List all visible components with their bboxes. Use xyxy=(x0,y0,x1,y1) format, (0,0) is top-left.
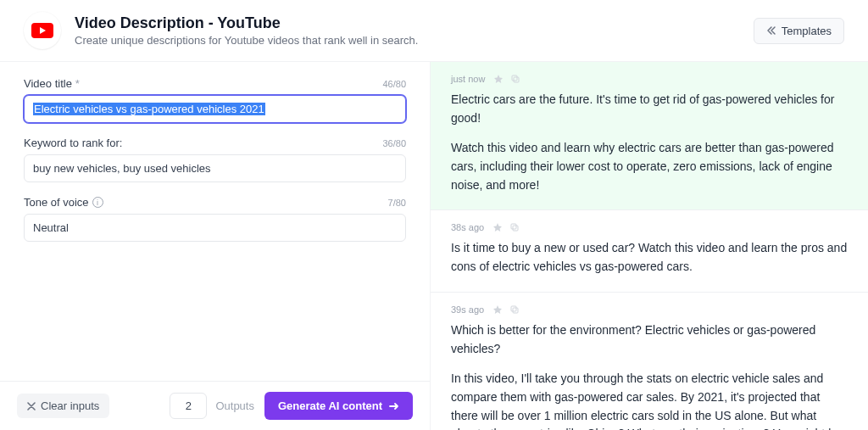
chevron-double-left-icon xyxy=(766,25,776,36)
keyword-field: Keyword to rank for: 36/80 buy new vehic… xyxy=(24,137,406,182)
templates-button[interactable]: Templates xyxy=(754,18,844,44)
tone-count: 7/80 xyxy=(388,198,406,208)
video-title-input[interactable]: Electric vehicles vs gas-powered vehicle… xyxy=(24,95,406,123)
svg-rect-4 xyxy=(511,224,516,229)
page-subtitle: Create unique descriptions for Youtube v… xyxy=(75,34,754,47)
result-actions xyxy=(493,74,520,84)
outputs-input[interactable] xyxy=(170,393,207,419)
result-meta: 39s ago xyxy=(451,304,848,315)
copy-icon[interactable] xyxy=(510,74,520,84)
result-time: just now xyxy=(451,74,485,84)
page-title: Video Description - YouTube xyxy=(75,14,754,32)
outputs-label: Outputs xyxy=(215,399,254,412)
header: Video Description - YouTube Create uniqu… xyxy=(0,0,868,62)
result-actions xyxy=(492,222,520,232)
video-title-count: 46/80 xyxy=(382,79,406,89)
star-icon[interactable] xyxy=(493,74,504,84)
keyword-input[interactable]: buy new vehicles, buy used vehicles xyxy=(24,154,406,182)
svg-rect-1 xyxy=(514,77,519,82)
svg-rect-5 xyxy=(513,308,518,313)
keyword-count: 36/80 xyxy=(382,138,406,148)
tone-input[interactable]: Neutral xyxy=(24,214,406,242)
svg-rect-3 xyxy=(513,226,518,231)
tone-label: Tone of voice i xyxy=(24,196,103,209)
video-title-field: Video title * 46/80 Electric vehicles vs… xyxy=(24,77,406,123)
result-time: 38s ago xyxy=(451,222,484,232)
generate-button[interactable]: Generate AI content xyxy=(264,392,413,420)
result-card: just nowElectric cars are the future. It… xyxy=(431,62,868,210)
templates-label: Templates xyxy=(782,25,832,37)
arrow-right-icon xyxy=(389,402,399,410)
result-text: Is it time to buy a new or used car? Wat… xyxy=(451,239,848,276)
close-icon xyxy=(27,402,36,410)
app-icon xyxy=(24,12,61,49)
clear-inputs-button[interactable]: Clear inputs xyxy=(17,394,109,418)
svg-rect-6 xyxy=(511,306,516,311)
generate-label: Generate AI content xyxy=(278,399,382,412)
results-panel: just nowElectric cars are the future. It… xyxy=(431,62,868,430)
copy-icon[interactable] xyxy=(509,304,520,315)
result-card: 38s agoIs it time to buy a new or used c… xyxy=(431,210,868,292)
result-time: 39s ago xyxy=(451,304,484,315)
result-actions xyxy=(492,304,520,315)
clear-label: Clear inputs xyxy=(41,399,99,412)
result-meta: 38s ago xyxy=(451,222,848,232)
result-meta: just now xyxy=(451,74,848,84)
copy-icon[interactable] xyxy=(509,222,520,232)
video-title-label: Video title * xyxy=(24,77,80,90)
svg-rect-2 xyxy=(512,75,517,81)
star-icon[interactable] xyxy=(492,222,503,232)
youtube-icon xyxy=(31,23,53,38)
result-text: Electric cars are the future. It's time … xyxy=(451,91,848,194)
footer-bar: Clear inputs Outputs Generate AI content xyxy=(0,381,430,430)
result-text: Which is better for the environment? Ele… xyxy=(451,321,848,430)
keyword-label: Keyword to rank for: xyxy=(24,137,122,149)
star-icon[interactable] xyxy=(492,304,503,315)
info-icon[interactable]: i xyxy=(92,197,103,208)
result-card: 39s agoWhich is better for the environme… xyxy=(431,293,868,430)
tone-field: Tone of voice i 7/80 Neutral xyxy=(24,196,406,242)
